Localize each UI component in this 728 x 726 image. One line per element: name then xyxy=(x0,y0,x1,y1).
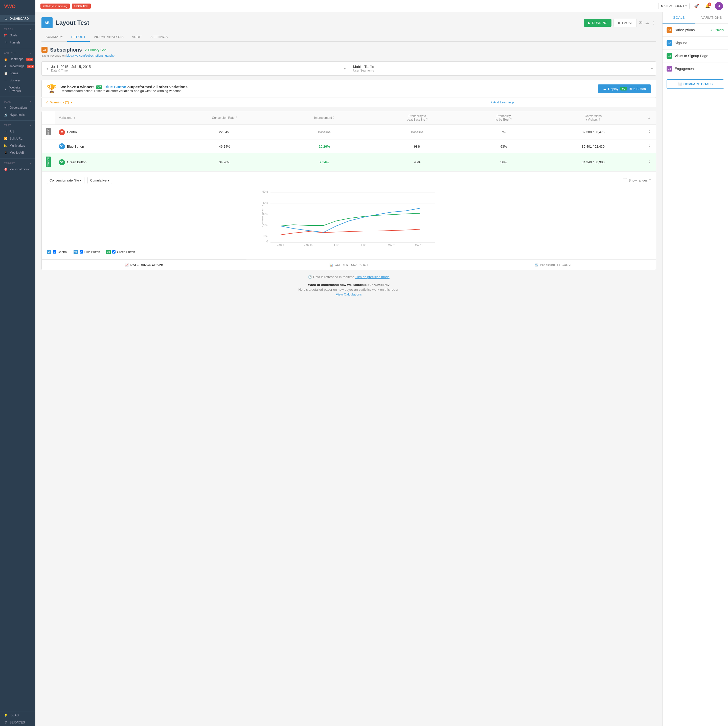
tab-report[interactable]: REPORT xyxy=(67,32,90,42)
sidebar-item-ideas[interactable]: 💡 IDEAS xyxy=(0,712,35,719)
chart-section: Conversion rate (%) ▾ Cumulative ▾ Show … xyxy=(42,172,656,259)
goal-item[interactable]: G4 Engagement xyxy=(662,63,728,75)
tab-audit[interactable]: AUDIT xyxy=(128,32,146,42)
goal-item[interactable]: G3 Visits to Signup Page xyxy=(662,50,728,63)
svg-text:10%: 10% xyxy=(262,235,268,238)
more-options-button[interactable]: ⋮ xyxy=(651,20,656,26)
sidebar-item-forms[interactable]: 📋 Forms xyxy=(0,70,35,77)
conv-rate-info-icon[interactable]: ? xyxy=(236,116,237,119)
tab-summary[interactable]: SUMMARY xyxy=(41,32,67,42)
table-row: BASE C Control 22.34% Baseline Baseline … xyxy=(42,125,656,140)
tab-visual-analysis[interactable]: VISUAL ANALYSIS xyxy=(90,32,128,42)
sidebar-item-website-reviews[interactable]: ★ Website Reviews xyxy=(0,84,35,95)
date-filter-label: Date & Time xyxy=(51,69,91,72)
row-more-button[interactable]: ⋮ xyxy=(647,160,652,165)
pause-button[interactable]: ⏸ PAUSE xyxy=(613,19,637,27)
prob-baseline-cell: Baseline xyxy=(370,125,464,140)
variation-badge: V1 xyxy=(59,143,65,150)
sidebar-item-heatmaps[interactable]: 🔥 HeatmapsBETA xyxy=(0,56,35,63)
sidebar-item-goals[interactable]: 🚩 Goals xyxy=(0,32,35,39)
legend-blue-button-checkbox[interactable] xyxy=(80,250,83,254)
add-learnings-button[interactable]: + Add Learnings xyxy=(349,98,656,107)
cloud-button[interactable]: ☁ xyxy=(645,20,649,26)
conversion-rate-select[interactable]: Conversion rate (%) ▾ xyxy=(47,177,84,184)
svg-text:50%: 50% xyxy=(262,190,268,193)
legend-green-button-checkbox[interactable] xyxy=(112,250,116,254)
prob-baseline-info-icon[interactable]: ? xyxy=(426,118,428,121)
base-label: BASE xyxy=(46,128,51,135)
select-arrow: ▾ xyxy=(80,179,82,182)
goal-item[interactable]: G1 Subsciptions ✔Primary xyxy=(662,24,728,37)
improvement-info-icon[interactable]: ? xyxy=(333,116,335,119)
date-filter[interactable]: ▼ Jul 1, 2015 - Jul 15, 2015 Date & Time… xyxy=(42,62,349,75)
table-settings-icon[interactable]: ⚙ xyxy=(647,116,651,120)
notifications-button[interactable]: 🔔 2 xyxy=(704,2,712,10)
sidebar-item-funnels[interactable]: ⬇ Funnels xyxy=(0,39,35,46)
winner-info: 🏆 We have a winner! V2 Blue Button outpe… xyxy=(47,84,188,93)
conversions-cell: 35,401 / 52,430 xyxy=(543,140,643,153)
sidebar-section-test: TEST ▾ ✕ A/B 🔀 Split URL 📐 Multivariate … xyxy=(0,121,35,159)
goal-item-left: G3 Visits to Signup Page xyxy=(667,53,708,59)
sidebar-item-hypothesis[interactable]: 🔬 Hypothesis xyxy=(0,111,35,118)
warnings-arrow: ▾ xyxy=(70,100,72,104)
show-ranges-checkbox[interactable] xyxy=(623,178,627,182)
sidebar-item-split-url[interactable]: 🔀 Split URL xyxy=(0,135,35,142)
legend-control-checkbox[interactable] xyxy=(53,250,56,254)
upgrade-button[interactable]: UPGRADE xyxy=(72,3,91,9)
cumulative-select[interactable]: Cumulative ▾ xyxy=(87,177,112,184)
segment-filter[interactable]: Mobile Traffic User Segments ▾ xyxy=(349,62,656,75)
conversions-info-icon[interactable]: ? xyxy=(599,118,600,121)
sidebar-item-recordings[interactable]: ⏺ RecordingsBETA xyxy=(0,63,35,70)
legend-v3-dot: V3 xyxy=(106,250,111,254)
show-ranges-info[interactable]: ? xyxy=(649,179,651,182)
running-button[interactable]: ▶ RUNNING xyxy=(584,19,612,27)
sidebar-item-services[interactable]: 🛠 SERVICES xyxy=(0,719,35,726)
ab-icon: ✕ xyxy=(4,130,8,133)
sidebar-item-ab[interactable]: ✕ A/B xyxy=(0,128,35,135)
winner-text: We have a winner! V2 Blue Button outperf… xyxy=(60,85,188,93)
tab-current-snapshot[interactable]: 📊 CURRENT SNAPSHOT xyxy=(246,260,451,270)
panel-tab-variations[interactable]: VARIATIONS xyxy=(695,12,728,23)
observations-icon: 👁 xyxy=(4,106,8,110)
compare-goals-button[interactable]: 📊 COMPARE GOALS xyxy=(667,79,724,89)
variation-label: Blue Button xyxy=(67,145,84,148)
col-conversions: Conversions/ Visitors ? xyxy=(543,111,643,125)
panel-tab-goals[interactable]: GOALS xyxy=(662,12,695,23)
date-filter-arrow: ▾ xyxy=(344,67,346,70)
goal-item[interactable]: G2 Signups xyxy=(662,37,728,50)
deploy-button[interactable]: ☁ Deploy V2 Blue Button xyxy=(598,84,651,93)
sidebar-item-multivariate[interactable]: 📐 Multivariate xyxy=(0,142,35,149)
experiment-avatar: AB xyxy=(41,17,53,28)
tab-probability-curve[interactable]: 📉 PROBABILITY CURVE xyxy=(451,260,656,270)
sidebar-section-title-analyze: ANALYZE ▾ xyxy=(0,50,35,56)
row-more-button[interactable]: ⋮ xyxy=(647,130,652,135)
prob-best-info-icon[interactable]: ? xyxy=(510,118,512,121)
snapshot-icon: 📊 xyxy=(329,263,333,267)
experiment-title-row: AB Layout Test xyxy=(41,17,89,28)
tab-settings[interactable]: SETTINGS xyxy=(146,32,172,42)
panel-tabs: GOALS VARIATIONS xyxy=(662,12,728,24)
sidebar-item-surveys[interactable]: — Surveys xyxy=(0,77,35,84)
mail-button[interactable]: ✉ xyxy=(639,20,642,26)
avatar[interactable]: U xyxy=(715,2,723,10)
sidebar-item-personalization[interactable]: 🎯 Personalization xyxy=(0,166,35,173)
goal-url-link[interactable]: blog.vwo.com/subscriptions_ga.php xyxy=(66,54,115,57)
view-calculations-link[interactable]: View Calculations xyxy=(336,292,362,296)
col-prob-baseline: Probability tobeat Baseline ? xyxy=(370,111,464,125)
sidebar-item-dashboard[interactable]: ⊞ DASHBOARD xyxy=(0,15,35,22)
tab-date-range-graph[interactable]: 📈 DATE RANGE GRAPH xyxy=(42,260,246,270)
data-table: Variations ▼ Conversion Rate ? Improveme… xyxy=(42,111,656,172)
sidebar-section-dashboard: ⊞ DASHBOARD xyxy=(0,13,35,24)
sidebar-bottom: 💡 IDEAS 🛠 SERVICES xyxy=(0,712,35,726)
rocket-button[interactable]: 🚀 xyxy=(693,2,701,10)
data-table-container: Variations ▼ Conversion Rate ? Improveme… xyxy=(41,111,656,270)
row-more-button[interactable]: ⋮ xyxy=(647,144,652,149)
warnings-cell[interactable]: ⚠ Warnings (2) ▾ xyxy=(42,98,349,107)
sidebar-item-mobile-ab[interactable]: 📱 Mobile A/B xyxy=(0,149,35,156)
precision-mode-link[interactable]: Turn on precision mode xyxy=(355,275,390,279)
variations-filter-icon[interactable]: ▼ xyxy=(73,116,76,119)
topbar: 200 days remaining UPGRADE MAIN ACCOUNT … xyxy=(35,0,728,12)
account-selector[interactable]: MAIN ACCOUNT ▾ xyxy=(658,3,690,9)
chart-legend: V1 Control V2 Blue Button xyxy=(47,247,651,254)
sidebar-item-observations[interactable]: 👁 Observations xyxy=(0,104,35,111)
